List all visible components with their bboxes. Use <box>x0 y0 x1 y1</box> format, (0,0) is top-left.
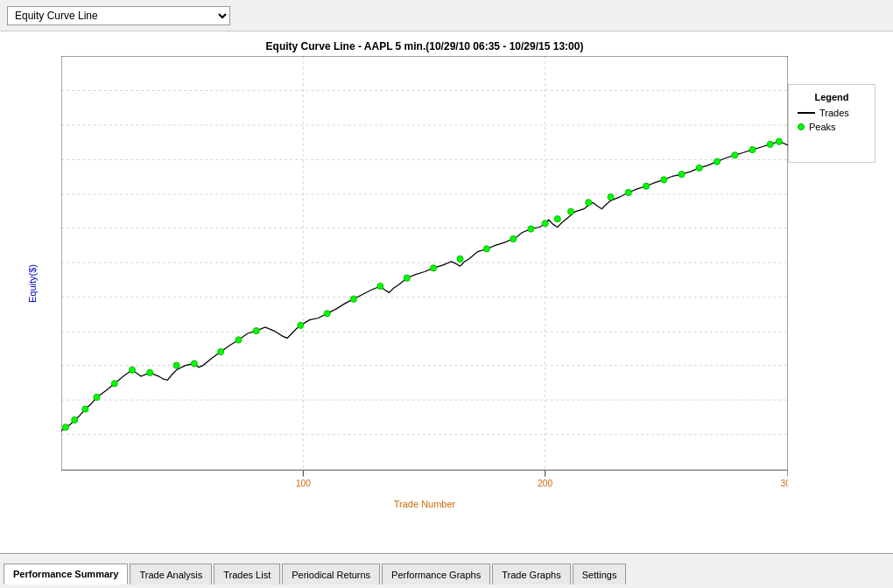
x-axis-label: Trade Number <box>394 499 456 509</box>
chart-area: Equity Curve Line - AAPL 5 min.(10/29/10… <box>0 32 788 553</box>
svg-point-64 <box>661 177 667 183</box>
svg-rect-0 <box>61 56 788 511</box>
tab-trades-list[interactable]: Trades List <box>214 564 280 584</box>
tab-periodical-returns[interactable]: Periodical Returns <box>282 564 380 584</box>
legend-peaks-item: Peaks <box>798 122 866 132</box>
svg-point-58 <box>554 216 560 222</box>
svg-point-52 <box>431 265 437 271</box>
svg-point-59 <box>567 208 573 214</box>
tab-trade-analysis[interactable]: Trade Analysis <box>130 564 212 584</box>
svg-point-61 <box>608 194 614 200</box>
svg-point-48 <box>324 311 330 317</box>
svg-point-43 <box>191 360 197 367</box>
svg-point-69 <box>749 146 756 152</box>
legend-peaks-dot <box>798 123 805 130</box>
svg-point-47 <box>298 322 304 328</box>
svg-point-44 <box>218 348 224 354</box>
svg-point-57 <box>542 220 548 227</box>
svg-point-65 <box>679 172 685 178</box>
svg-point-67 <box>714 158 720 164</box>
svg-point-35 <box>63 424 69 430</box>
svg-point-54 <box>483 246 489 252</box>
legend-trades-line <box>798 112 815 114</box>
legend-trades-item: Trades <box>798 108 866 118</box>
chart-title: Equity Curve Line - AAPL 5 min.(10/29/10… <box>61 40 788 52</box>
svg-text:100: 100 <box>296 479 311 488</box>
svg-point-40 <box>129 367 135 373</box>
chart-type-dropdown[interactable]: Equity Curve Line Equity Curve Bar Retur… <box>7 6 230 25</box>
svg-point-62 <box>625 189 631 195</box>
svg-point-46 <box>253 327 259 333</box>
svg-point-53 <box>457 256 463 262</box>
svg-point-55 <box>510 235 517 242</box>
y-axis-label: Equity($) <box>27 264 38 303</box>
svg-point-42 <box>173 362 179 368</box>
chart-svg-wrapper: Equity($) <box>61 56 788 511</box>
legend-title: Legend <box>798 92 866 102</box>
svg-text:200: 200 <box>538 479 552 488</box>
top-bar: Equity Curve Line Equity Curve Bar Retur… <box>0 0 893 32</box>
svg-point-71 <box>776 138 782 144</box>
svg-point-70 <box>767 141 773 147</box>
svg-point-37 <box>82 406 88 412</box>
bottom-tabs: Performance Summary Trade Analysis Trade… <box>0 553 893 584</box>
equity-chart: -2000 0 2000 4000 6000 8000 10000 12000 … <box>61 56 788 511</box>
svg-point-63 <box>643 183 650 189</box>
svg-point-60 <box>586 200 592 206</box>
svg-point-39 <box>111 381 117 387</box>
svg-text:300: 300 <box>781 479 788 488</box>
svg-point-68 <box>732 152 738 158</box>
svg-point-41 <box>147 369 153 375</box>
svg-point-36 <box>72 416 78 423</box>
svg-point-49 <box>350 296 356 302</box>
svg-point-66 <box>696 164 702 171</box>
tab-trade-graphs[interactable]: Trade Graphs <box>492 564 570 584</box>
legend-box: Legend Trades Peaks <box>788 84 875 163</box>
svg-point-45 <box>236 337 242 343</box>
legend-trades-label: Trades <box>819 108 849 118</box>
tab-performance-graphs[interactable]: Performance Graphs <box>382 564 490 584</box>
svg-point-51 <box>404 275 410 281</box>
svg-point-38 <box>94 394 100 400</box>
svg-point-56 <box>528 226 534 232</box>
tab-settings[interactable]: Settings <box>573 564 627 584</box>
chart-container: Equity Curve Line - AAPL 5 min.(10/29/10… <box>0 32 893 553</box>
legend-peaks-label: Peaks <box>809 122 836 132</box>
svg-point-50 <box>377 283 383 289</box>
tab-performance-summary[interactable]: Performance Summary <box>4 564 128 584</box>
